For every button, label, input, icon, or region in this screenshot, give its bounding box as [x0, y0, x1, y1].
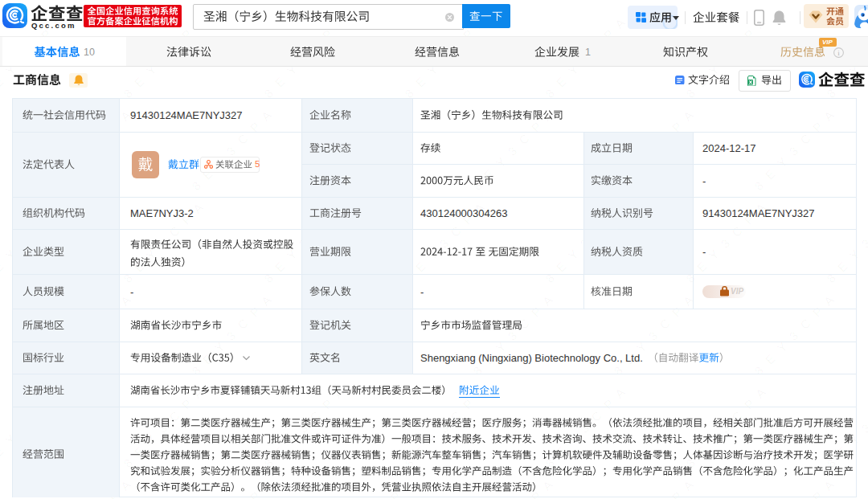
svg-text:i: i: [837, 49, 840, 57]
